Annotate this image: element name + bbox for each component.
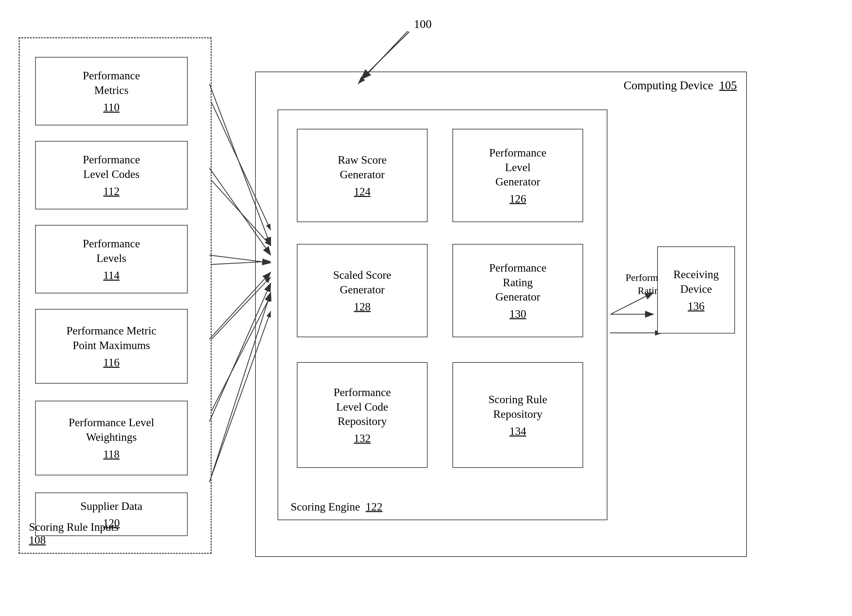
scoring-engine-ref: 122 — [366, 501, 382, 513]
performance-rating-generator-ref: 130 — [509, 307, 526, 320]
performance-level-codes-label: PerformanceLevel Codes — [83, 152, 140, 182]
performance-level-codes-ref: 112 — [103, 185, 120, 198]
receiving-device-box: ReceivingDevice 136 — [657, 246, 735, 334]
performance-metric-point-maximums-label: Performance MetricPoint Maximums — [66, 323, 157, 353]
performance-level-generator-box: PerformanceLevelGenerator 126 — [452, 129, 583, 222]
supplier-data-label: Supplier Data — [81, 499, 142, 513]
performance-level-generator-label: PerformanceLevelGenerator — [489, 146, 547, 189]
performance-levels-box: PerformanceLevels 114 — [35, 225, 187, 293]
receiving-device-label: ReceivingDevice — [674, 267, 719, 296]
scoring-rule-repository-label: Scoring RuleRepository — [488, 392, 547, 421]
performance-level-codes-box: PerformanceLevel Codes 112 — [35, 141, 187, 209]
diagram: 100 PerformanceMetrics — [0, 0, 852, 616]
scaled-score-generator-ref: 128 — [354, 300, 371, 313]
raw-score-generator-ref: 124 — [354, 185, 371, 198]
computing-device-label: Computing Device 105 — [624, 79, 737, 92]
performance-level-weightings-label: Performance LevelWeightings — [69, 415, 154, 445]
scoring-engine-box: Raw ScoreGenerator 124 PerformanceLevelG… — [278, 110, 607, 520]
performance-level-code-repository-box: PerformanceLevel CodeRepository 132 — [297, 362, 428, 468]
computing-device-ref: 105 — [719, 79, 737, 92]
scaled-score-generator-box: Scaled ScoreGenerator 128 — [297, 244, 428, 337]
scoring-rule-repository-box: Scoring RuleRepository 134 — [452, 362, 583, 468]
performance-level-code-repository-label: PerformanceLevel CodeRepository — [334, 385, 391, 429]
raw-score-generator-label: Raw ScoreGenerator — [338, 153, 387, 182]
performance-levels-label: PerformanceLevels — [83, 236, 140, 266]
performance-metrics-label: PerformanceMetrics — [83, 68, 140, 98]
scoring-rule-repository-ref: 134 — [509, 425, 526, 438]
performance-metric-point-maximums-ref: 116 — [103, 356, 120, 369]
performance-rating-generator-label: PerformanceRatingGenerator — [489, 261, 547, 304]
scoring-engine-label: Scoring Engine 122 — [291, 500, 382, 513]
ref-100: 100 — [414, 17, 432, 31]
performance-level-weightings-box: Performance LevelWeightings 118 — [35, 401, 187, 476]
performance-rating-generator-box: PerformanceRatingGenerator 130 — [452, 244, 583, 337]
performance-metrics-box: PerformanceMetrics 110 — [35, 57, 187, 125]
performance-metrics-ref: 110 — [103, 101, 120, 114]
performance-level-generator-ref: 126 — [509, 192, 526, 205]
performance-level-code-repository-ref: 132 — [354, 432, 371, 445]
performance-metric-point-maximums-box: Performance MetricPoint Maximums 116 — [35, 309, 187, 383]
scaled-score-generator-label: Scaled ScoreGenerator — [333, 268, 391, 297]
scoring-rule-inputs-label: Scoring Rule Inputs 108 — [29, 521, 119, 547]
performance-levels-ref: 114 — [103, 269, 120, 282]
computing-device-box: Computing Device 105 Raw ScoreGenerator … — [255, 72, 747, 557]
raw-score-generator-box: Raw ScoreGenerator 124 — [297, 129, 428, 222]
scoring-rule-inputs-box: PerformanceMetrics 110 PerformanceLevel … — [19, 37, 211, 554]
receiving-device-ref: 136 — [688, 300, 704, 313]
performance-level-weightings-ref: 118 — [103, 448, 120, 461]
